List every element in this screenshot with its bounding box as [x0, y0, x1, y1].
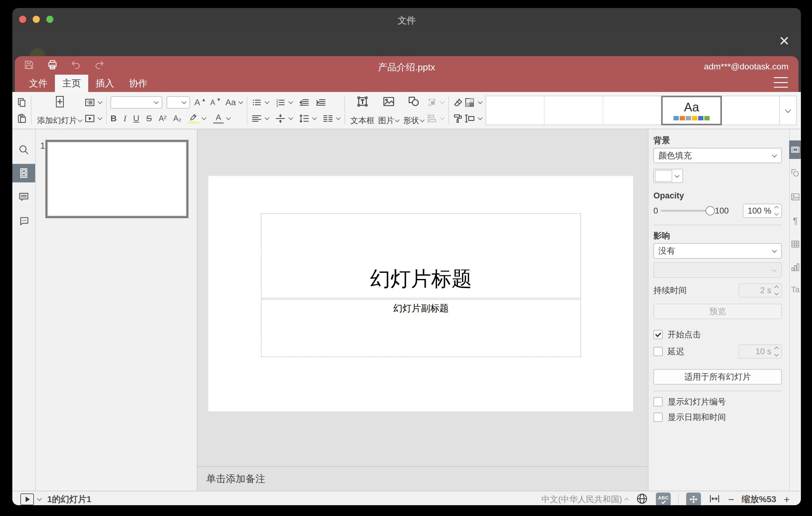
insert-image-button[interactable]: 图片	[376, 95, 401, 126]
horizontal-align-icon[interactable]	[251, 113, 269, 124]
paragraph-settings-icon[interactable]: ¶	[789, 211, 801, 230]
chart-settings-icon[interactable]	[789, 258, 801, 277]
copy-icon[interactable]	[17, 97, 27, 108]
duration-input[interactable]: 2 s	[738, 283, 782, 297]
show-date-checkbox[interactable]	[654, 412, 663, 422]
comments-icon[interactable]	[12, 188, 35, 206]
status-bar: 1的幻灯片1 中文(中华人民共和国) ABC − 缩放%53 +	[12, 491, 801, 505]
tab-insert[interactable]: 插入	[88, 75, 121, 92]
strikethrough-button[interactable]: S	[146, 114, 152, 123]
effect-type-select[interactable]	[654, 262, 782, 278]
theme-option[interactable]	[486, 96, 545, 125]
italic-button[interactable]: I	[123, 114, 126, 123]
bold-button[interactable]: B	[111, 114, 117, 123]
arrange-shape-icon[interactable]	[426, 97, 444, 108]
superscript-button[interactable]: A²	[158, 114, 166, 123]
search-icon[interactable]	[12, 140, 35, 159]
slide-thumbnail[interactable]	[45, 140, 188, 218]
slide-canvas[interactable]: 幻灯片标题 幻灯片副标题	[208, 176, 633, 411]
opacity-slider[interactable]	[661, 210, 707, 212]
theme-option[interactable]	[545, 96, 603, 125]
copy-style-icon[interactable]	[453, 113, 464, 124]
zoom-out-button[interactable]: −	[728, 494, 734, 505]
slide-layout-icon[interactable]	[84, 97, 103, 108]
slide-size-icon[interactable]	[464, 113, 483, 124]
title-placeholder[interactable]: 幻灯片标题	[261, 213, 581, 298]
system-window-title: 文件	[12, 15, 801, 27]
opacity-slider-handle[interactable]	[705, 206, 715, 216]
theme-option[interactable]	[603, 96, 662, 125]
decrease-font-button[interactable]: A▼	[210, 98, 221, 107]
opacity-label: Opacity	[654, 191, 782, 201]
delay-input[interactable]: 10 s	[738, 344, 782, 359]
background-label: 背景	[654, 135, 782, 146]
tab-home[interactable]: 主页	[55, 75, 88, 92]
close-icon[interactable]	[778, 34, 791, 48]
theme-aa-label: Aa	[684, 100, 699, 114]
tab-collaboration[interactable]: 协作	[121, 75, 155, 92]
effect-select[interactable]: 没有	[654, 243, 782, 259]
font-color-button[interactable]: A	[213, 113, 231, 124]
subtitle-placeholder[interactable]: 幻灯片副标题	[261, 299, 581, 357]
subscript-button[interactable]: A₂	[173, 114, 181, 123]
menu-icon[interactable]	[774, 77, 788, 88]
effect-label: 影响	[654, 230, 782, 241]
theme-option[interactable]	[721, 96, 779, 125]
notes-area[interactable]: 单击添加备注	[198, 466, 648, 491]
slides-panel-icon[interactable]	[12, 164, 35, 182]
fit-to-width-icon[interactable]	[708, 492, 721, 506]
apply-all-slides-button[interactable]: 适用于所有幻灯片	[654, 369, 782, 384]
slide-settings-icon[interactable]	[789, 140, 801, 159]
insert-textbox-button[interactable]: 文本框	[349, 95, 376, 126]
textart-settings-icon[interactable]: Ta	[789, 280, 801, 299]
columns-icon[interactable]	[322, 113, 341, 124]
image-settings-icon[interactable]	[789, 188, 801, 206]
preview-button[interactable]: 预览	[654, 304, 782, 319]
fit-to-slide-icon[interactable]	[686, 492, 701, 506]
start-click-checkbox[interactable]	[654, 330, 663, 339]
slideshow-options-chevron-icon[interactable]	[37, 496, 42, 501]
theme-gallery-expand-icon[interactable]	[780, 96, 796, 125]
editor-area: 幻灯片标题 幻灯片副标题 单击添加备注	[198, 129, 648, 491]
document-language-icon[interactable]	[636, 492, 648, 506]
chat-icon[interactable]	[12, 211, 35, 230]
change-case-button[interactable]: Aa	[225, 97, 243, 107]
color-scheme-icon[interactable]	[464, 96, 483, 108]
insert-shape-button[interactable]: 形状	[401, 95, 426, 126]
align-shape-icon[interactable]	[426, 113, 444, 124]
highlight-color-button[interactable]	[188, 113, 206, 123]
line-spacing-icon[interactable]	[299, 113, 317, 124]
shape-settings-icon[interactable]	[789, 164, 801, 182]
start-slideshow-status-icon[interactable]	[20, 493, 34, 505]
zoom-in-button[interactable]: +	[784, 494, 790, 505]
opacity-max-label: 100	[715, 206, 729, 216]
show-slide-number-checkbox[interactable]	[654, 397, 663, 406]
theme-option-selected[interactable]: Aa	[661, 96, 722, 125]
start-slideshow-icon[interactable]	[84, 113, 103, 124]
tab-file[interactable]: 文件	[22, 75, 55, 92]
font-size-select[interactable]	[167, 96, 190, 109]
opacity-input[interactable]: 100 %	[743, 204, 782, 218]
spellcheck-icon[interactable]: ABC	[656, 492, 671, 506]
language-selector[interactable]: 中文(中华人民共和国)	[542, 494, 628, 505]
clear-style-icon[interactable]	[453, 97, 464, 108]
delay-checkbox[interactable]	[654, 347, 663, 356]
bullet-list-icon[interactable]	[251, 97, 269, 108]
font-name-select[interactable]	[111, 96, 162, 109]
increase-font-button[interactable]: A▲	[194, 97, 206, 107]
show-slide-number-label: 显示幻灯片编号	[668, 396, 726, 407]
vertical-align-icon[interactable]	[275, 113, 293, 124]
numbered-list-icon[interactable]: 123	[275, 97, 293, 108]
show-date-label: 显示日期和时间	[668, 412, 726, 423]
underline-button[interactable]: U	[133, 114, 140, 123]
svg-text:3: 3	[276, 104, 278, 108]
start-click-label: 开始点击	[668, 329, 701, 340]
fill-color-swatch[interactable]	[654, 169, 683, 183]
decrease-indent-icon[interactable]	[299, 97, 310, 108]
fill-type-select[interactable]: 颜色填充	[654, 148, 782, 163]
increase-indent-icon[interactable]	[315, 97, 326, 108]
add-slide-button[interactable]: 添加幻灯片	[35, 95, 84, 126]
paste-icon[interactable]	[17, 113, 27, 124]
table-settings-icon[interactable]	[789, 235, 801, 253]
image-icon	[382, 95, 395, 109]
